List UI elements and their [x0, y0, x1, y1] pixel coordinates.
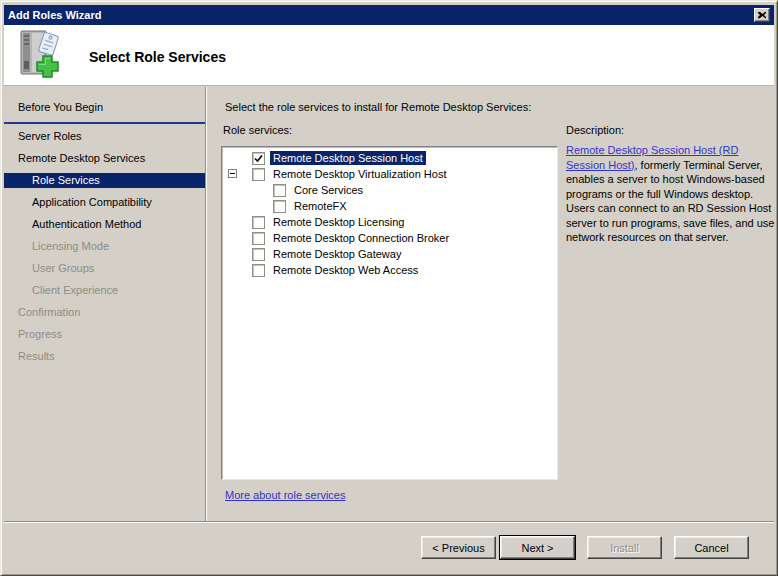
instruction-text: Select the role services to install for …	[225, 101, 531, 113]
tree-row[interactable]: Remote Desktop Virtualization Host	[222, 166, 557, 182]
description-panel: Description: Remote Desktop Session Host…	[566, 124, 776, 245]
checkbox[interactable]	[252, 232, 265, 245]
tree-row[interactable]: Remote Desktop Licensing	[222, 214, 557, 230]
tree-item-label[interactable]: Remote Desktop Connection Broker	[270, 231, 452, 245]
sidebar-step-remote-desktop-services[interactable]: Remote Desktop Services	[4, 151, 205, 166]
tree-row[interactable]: Remote Desktop Gateway	[222, 246, 557, 262]
sidebar-step-client-experience: Client Experience	[4, 283, 205, 298]
window-title: Add Roles Wizard	[8, 9, 754, 21]
checkbox[interactable]	[273, 200, 286, 213]
install-button: Install	[587, 536, 662, 559]
sidebar-step-authentication-method[interactable]: Authentication Method	[4, 217, 205, 232]
checkbox[interactable]	[252, 264, 265, 277]
sidebar-divider	[205, 87, 207, 522]
description-body: , formerly Terminal Server, enables a se…	[566, 159, 774, 244]
collapse-icon[interactable]	[228, 169, 237, 178]
tree-item-label[interactable]: Remote Desktop Licensing	[270, 215, 407, 229]
tree-row[interactable]: Remote Desktop Connection Broker	[222, 230, 557, 246]
sidebar-separator	[4, 122, 205, 124]
more-about-role-services-link[interactable]: More about role services	[225, 489, 345, 501]
tree-item-label[interactable]: Remote Desktop Web Access	[270, 263, 421, 277]
tree-row[interactable]: Core Services	[222, 182, 557, 198]
wizard-body: Before You BeginServer RolesRemote Deskt…	[4, 87, 774, 522]
description-text: Remote Desktop Session Host (RD Session …	[566, 143, 776, 245]
role-services-tree[interactable]: Remote Desktop Session HostRemote Deskto…	[221, 146, 558, 480]
sidebar-step-licensing-mode: Licensing Mode	[4, 239, 205, 254]
sidebar-step-user-groups: User Groups	[4, 261, 205, 276]
close-button[interactable]	[754, 8, 770, 22]
sidebar-step-role-services[interactable]: Role Services	[4, 173, 205, 188]
wizard-header: Select Role Services	[4, 25, 774, 86]
tree-row[interactable]: Remote Desktop Session Host	[222, 150, 557, 166]
footer: < Previous Next > Install Cancel	[4, 523, 774, 572]
checkbox[interactable]	[252, 152, 265, 165]
previous-button[interactable]: < Previous	[421, 536, 496, 559]
checkbox[interactable]	[252, 168, 265, 181]
titlebar: Add Roles Wizard	[4, 5, 774, 25]
close-icon	[758, 12, 766, 19]
checkbox[interactable]	[273, 184, 286, 197]
role-services-label: Role services:	[223, 124, 292, 136]
sidebar-step-progress: Progress	[4, 327, 205, 342]
tree-item-label[interactable]: Remote Desktop Virtualization Host	[270, 167, 449, 181]
next-button[interactable]: Next >	[500, 536, 575, 559]
tree-row[interactable]: RemoteFX	[222, 198, 557, 214]
sidebar-step-before-you-begin[interactable]: Before You Begin	[4, 100, 205, 115]
sidebar-step-application-compatibility[interactable]: Application Compatibility	[4, 195, 205, 210]
add-roles-wizard-window: Add Roles Wizard Select	[0, 0, 778, 576]
add-roles-icon	[13, 28, 69, 84]
check-icon	[254, 154, 263, 163]
tree-item-label[interactable]: Core Services	[291, 183, 366, 197]
cancel-button[interactable]: Cancel	[674, 536, 749, 559]
checkbox[interactable]	[252, 248, 265, 261]
content-pane: Select the role services to install for …	[208, 87, 774, 522]
sidebar-step-results: Results	[4, 349, 205, 364]
checkbox[interactable]	[252, 216, 265, 229]
sidebar-step-server-roles[interactable]: Server Roles	[4, 129, 205, 144]
tree-item-label[interactable]: Remote Desktop Gateway	[270, 247, 404, 261]
description-heading: Description:	[566, 124, 776, 136]
minus-glyph	[230, 173, 235, 174]
wizard-steps-sidebar: Before You BeginServer RolesRemote Deskt…	[4, 87, 205, 522]
tree-item-label[interactable]: Remote Desktop Session Host	[270, 151, 426, 165]
tree-row[interactable]: Remote Desktop Web Access	[222, 262, 557, 278]
page-title: Select Role Services	[89, 49, 226, 65]
sidebar-step-confirmation: Confirmation	[4, 305, 205, 320]
tree-item-label[interactable]: RemoteFX	[291, 199, 350, 213]
